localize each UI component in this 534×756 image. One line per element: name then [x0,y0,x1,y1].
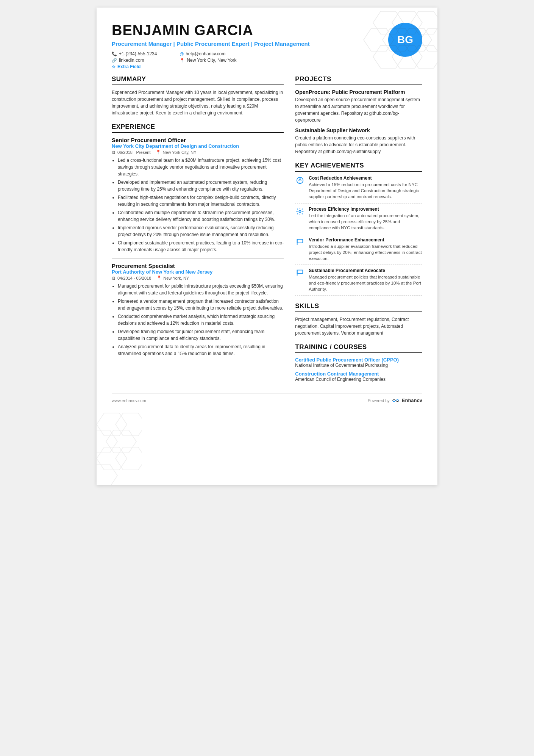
achievement-1: Cost Reduction Achievement Achieved a 15… [295,175,422,203]
job-1: Senior Procurement Officer New York City… [112,137,284,253]
bullet-item: Championed sustainable procurement pract… [118,239,284,253]
training-section-title: TRAINING / COURSES [295,343,422,353]
pin-icon-2: 📍 [156,275,162,280]
two-column-layout: SUMMARY Experienced Procurement Manager … [112,75,422,382]
training-1-org: National Institute of Governmental Purch… [295,363,422,368]
phone-icon: 📞 [112,52,117,56]
bullet-item: Developed and implemented an automated p… [118,179,284,193]
linkedin-icon: 🔗 [112,58,117,63]
avatar: BG [388,23,422,57]
job-1-bullets: Led a cross-functional team for a $20M i… [112,157,284,253]
achievement-3-title: Vendor Performance Enhancement [309,237,422,243]
job-2-location: 📍 New York, NY [156,275,189,280]
resume-page: BENJAMIN GARCIA Procurement Manager | Pu… [97,8,437,485]
skills-text: Project management, Procurement regulati… [295,316,422,337]
svg-marker-6 [420,28,437,51]
achievement-3: Vendor Performance Enhancement Introduce… [295,237,422,265]
svg-point-17 [297,177,303,184]
job-2-title: Procurement Specialist [112,263,284,269]
bullet-item: Developed training modules for junior pr… [118,328,284,342]
project-1-desc: Developed an open-source procurement man… [295,96,422,124]
bullet-item: Pioneered a vendor management program th… [118,298,284,311]
achievement-4-content: Sustainable Procurement Advocate Managed… [309,268,422,292]
job-2-company: Port Authority of New York and New Jerse… [112,269,284,275]
achievement-4-title: Sustainable Procurement Advocate [309,268,422,273]
project-1-title: OpenProcure: Public Procurement Platform [295,89,422,95]
job-2-meta: 🗓 04/2014 - 05/2018 📍 New York, NY [112,275,284,280]
header-left: BENJAMIN GARCIA Procurement Manager | Pu… [112,23,381,69]
job-1-title: Senior Procurement Officer [112,137,284,143]
phone-contact: 📞 +1-(234)-555-1234 [112,51,157,56]
location-icon: 📍 [180,58,185,63]
achievement-3-desc: Introduced a supplier evaluation framewo… [309,243,422,261]
achievement-2-title: Process Efficiency Improvement [309,207,422,212]
project-2-desc: Created a platform connecting eco-consci… [295,135,422,155]
bullet-item: Analyzed procurement data to identify ar… [118,343,284,357]
enhancv-logo-icon [392,398,400,403]
training-2-org: American Council of Engineering Companie… [295,377,422,382]
projects-section-title: PROJECTS [295,75,422,85]
bullet-item: Collaborated with multiple departments t… [118,209,284,223]
job-2-bullets: Managed procurement for public infrastru… [112,283,284,357]
star-icon: ☆ [112,64,116,69]
svg-marker-13 [106,430,136,453]
svg-point-18 [299,210,301,213]
bullet-item: Led a cross-functional team for a $20M i… [118,157,284,177]
job-1-location: 📍 New York City, NY [156,150,196,155]
extra-field: ☆ Extra Field [112,64,157,69]
training-1: Certified Public Procurement Officer (CP… [295,357,422,368]
svg-marker-15 [116,447,142,470]
bullet-item: Implemented rigorous vendor performance … [118,224,284,238]
svg-marker-10 [97,413,127,436]
svg-marker-14 [97,447,127,470]
contact-col-right: @ help@enhancv.com 📍 New York City, New … [180,51,236,69]
right-column: PROJECTS OpenProcure: Public Procurement… [295,75,422,382]
summary-section-title: SUMMARY [112,75,284,85]
powered-by-text: Powered by [368,398,390,403]
project-2: Sustainable Supplier Network Created a p… [295,127,422,155]
achievement-1-title: Cost Reduction Achievement [309,175,422,181]
bullet-item: Conducted comprehensive market analysis,… [118,313,284,327]
email-icon: @ [180,52,184,56]
achievement-2: Process Efficiency Improvement Led the i… [295,207,422,234]
achievement-3-icon [295,237,305,247]
achievement-2-desc: Led the integration of an automated proc… [309,213,422,231]
experience-section-title: EXPERIENCE [112,123,284,133]
svg-marker-11 [116,413,142,436]
email-contact: @ help@enhancv.com [180,51,236,56]
achievement-3-content: Vendor Performance Enhancement Introduce… [309,237,422,261]
achievement-2-content: Process Efficiency Improvement Led the i… [309,207,422,231]
achievements-section-title: KEY ACHIEVEMENTS [295,162,422,172]
hex-decoration-bottom [97,409,142,485]
skills-section-title: SKILLS [295,302,422,312]
calendar-icon-2: 🗓 [112,276,116,280]
achievement-1-content: Cost Reduction Achievement Achieved a 15… [309,175,422,200]
achievement-4-desc: Managed procurement policies that increa… [309,274,422,292]
linkedin-contact: 🔗 linkedin.com [112,58,157,63]
achievement-4: Sustainable Procurement Advocate Managed… [295,268,422,296]
achievement-1-icon [295,175,305,185]
svg-marker-16 [97,464,117,485]
location-contact: 📍 New York City, New York [180,58,236,63]
achievement-2-icon [295,207,305,216]
footer-website: www.enhancv.com [112,398,146,403]
contact-info: 📞 +1-(234)-555-1234 🔗 linkedin.com ☆ Ext… [112,51,381,69]
project-1: OpenProcure: Public Procurement Platform… [295,89,422,124]
job-2: Procurement Specialist Port Authority of… [112,263,284,357]
summary-text: Experienced Procurement Manager with 10 … [112,89,284,116]
left-column: SUMMARY Experienced Procurement Manager … [112,75,284,382]
enhancv-brand-name: Enhancv [402,398,422,403]
candidate-name: BENJAMIN GARCIA [112,23,381,39]
divider [112,258,284,259]
bullet-item: Facilitated high-stakes negotiations for… [118,194,284,208]
job-1-dates: 🗓 06/2018 - Present [112,150,150,155]
footer: www.enhancv.com Powered by Enhancv [112,393,422,403]
svg-marker-12 [97,430,117,453]
header: BENJAMIN GARCIA Procurement Manager | Pu… [112,23,422,69]
calendar-icon: 🗓 [112,150,116,155]
candidate-title: Procurement Manager | Public Procurement… [112,40,381,48]
achievement-4-icon [295,268,305,278]
footer-brand: Powered by Enhancv [368,398,422,403]
training-2: Construction Contract Management America… [295,371,422,382]
training-2-title: Construction Contract Management [295,371,422,377]
